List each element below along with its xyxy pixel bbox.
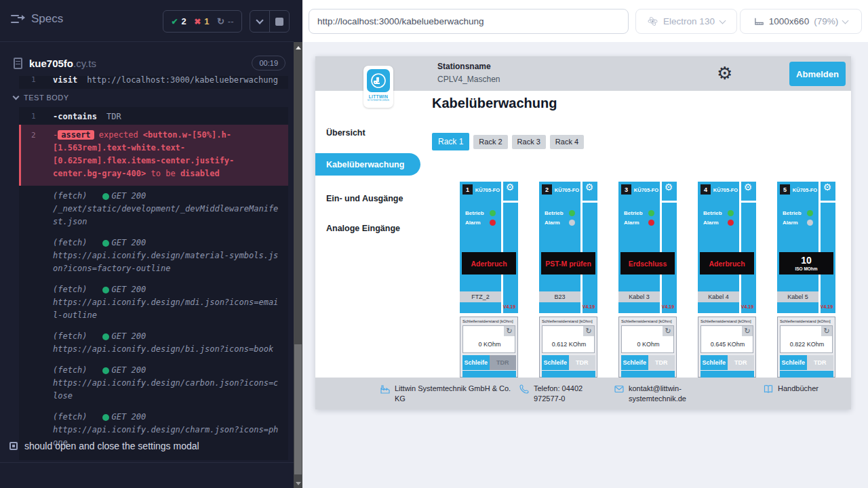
- refresh-icon[interactable]: ↻: [742, 326, 753, 336]
- resistance-label: Schleifenwiderstand [kOhm]: [542, 319, 593, 323]
- contains-command-row[interactable]: 1 -containsTDR: [19, 108, 288, 125]
- card-gear-icon[interactable]: ⚙: [503, 182, 517, 192]
- viewport-select[interactable]: 1000x660 (79%): [740, 9, 862, 34]
- alarm-led: [807, 220, 813, 226]
- logo-icon: [367, 69, 390, 92]
- specs-toggle[interactable]: Specs: [11, 12, 63, 26]
- assert-badge: assert: [58, 130, 94, 140]
- resistance-value-box: ↻ 0.645 KOhm: [701, 325, 753, 353]
- spec-file-name: kue705fo: [29, 58, 73, 69]
- resistance-label: Schleifenwiderstand [kOhm]: [462, 319, 513, 323]
- factory-icon: [380, 384, 391, 394]
- card-number: 4: [701, 184, 711, 195]
- nav-item-analoge-eingaenge[interactable]: Analoge Eingänge: [315, 222, 420, 235]
- refresh-icon[interactable]: ↻: [504, 326, 515, 336]
- browser-select[interactable]: Electron 130: [635, 9, 737, 34]
- reporter-scrollbar[interactable]: [294, 42, 302, 488]
- logout-button[interactable]: Abmelden: [789, 62, 846, 86]
- company-name: Littwin Systemtechnik GmbH & Co. KG: [395, 384, 513, 409]
- resistance-label: Schleifenwiderstand [kOhm]: [701, 319, 751, 323]
- tab-rack-4[interactable]: Rack 4: [550, 135, 584, 149]
- tdr-button[interactable]: TDR: [728, 355, 755, 370]
- fetch-log-row[interactable]: (fetch)GET 200 https://api.iconify.desig…: [19, 360, 288, 407]
- fetch-url: https://api.iconify.design/mdi.json?icon…: [53, 296, 280, 322]
- reporter-header: Specs ✔2 ✖1 ↻--: [0, 0, 294, 42]
- card-gear-icon[interactable]: ⚙: [741, 182, 755, 192]
- chevron-down-icon: [13, 94, 20, 100]
- url-input[interactable]: [309, 9, 629, 34]
- passed-icon: ✔: [171, 17, 178, 26]
- card-title: KÜ705-FO: [791, 187, 818, 193]
- test-body-label: TEST BODY: [24, 94, 69, 102]
- email-address: kontakt@littwin-systemtechnik.de: [629, 384, 696, 409]
- card-gear-icon[interactable]: ⚙: [662, 182, 675, 192]
- fetch-url: https://api.iconify.design/carbon.json?i…: [53, 377, 280, 403]
- schleife-button[interactable]: Schleife: [701, 355, 728, 370]
- resistance-value-box: ↻ 0.822 KOhm: [780, 325, 833, 353]
- visit-command-row[interactable]: 1 visithttp://localhost:3000/kabelueberw…: [19, 76, 288, 88]
- cable-name: Kabel 3: [618, 291, 660, 302]
- scroll-down-arrow-icon[interactable]: [296, 482, 301, 485]
- app-sidebar: Übersicht Kabelüberwachung Ein- und Ausg…: [315, 91, 420, 378]
- nav-item-kabelueberwachung[interactable]: Kabelüberwachung: [315, 153, 420, 176]
- tdr-button[interactable]: TDR: [807, 355, 834, 370]
- firmware-version: V4.19: [740, 304, 755, 309]
- failed-icon: ✖: [194, 17, 201, 26]
- pending-count: --: [228, 16, 234, 26]
- fetch-log-row[interactable]: (fetch)GET 200 https://api.iconify.desig…: [19, 279, 288, 326]
- tab-rack-1[interactable]: Rack 1: [432, 133, 469, 150]
- divider: [701, 371, 754, 378]
- next-test-row[interactable]: should open and close the settings modal: [9, 441, 199, 451]
- betrieb-led: [728, 210, 734, 216]
- divider: [0, 462, 294, 463]
- schleife-button[interactable]: Schleife: [780, 355, 807, 370]
- failed-assert-row[interactable]: 2 -assert expected <button.w-[50%].h-[1.…: [19, 125, 288, 186]
- tdr-button[interactable]: TDR: [490, 355, 517, 370]
- divider: [741, 201, 756, 203]
- cable-name: B23: [539, 291, 580, 302]
- specs-label: Specs: [31, 12, 63, 26]
- scrollbar-thumb[interactable]: [294, 344, 302, 474]
- device-card-5: 5 KÜ705-FO ⚙ Betrieb Alarm 10 ISO MOhm K…: [777, 182, 835, 378]
- contains-arg: TDR: [106, 112, 121, 121]
- tdr-button[interactable]: TDR: [648, 355, 675, 370]
- card-gear-icon[interactable]: ⚙: [583, 182, 596, 192]
- tab-rack-2[interactable]: Rack 2: [473, 135, 507, 149]
- failed-count: 1: [204, 16, 209, 26]
- iso-value: 10: [801, 256, 812, 265]
- status-ok-dot: [102, 414, 109, 421]
- fetch-log-row[interactable]: (fetch)GET 200 /_next/static/development…: [19, 186, 288, 232]
- spec-file-header[interactable]: kue705fo .cy.ts 00:19: [8, 53, 285, 73]
- card-number: 2: [542, 184, 552, 195]
- manuals-link[interactable]: Handbücher: [778, 384, 818, 409]
- resistance-value: 0.645 KOhm: [701, 341, 754, 348]
- document-icon: [14, 58, 22, 69]
- schleife-button[interactable]: Schleife: [462, 355, 490, 370]
- phone-icon: [519, 384, 530, 394]
- firmware-version: V4.19: [660, 304, 675, 309]
- nav-item-uebersicht[interactable]: Übersicht: [315, 126, 420, 140]
- fetch-log-row[interactable]: (fetch)GET 200 https://api.iconify.desig…: [19, 326, 288, 360]
- tdr-button[interactable]: TDR: [569, 355, 596, 370]
- stop-button[interactable]: [269, 11, 289, 32]
- test-body-section[interactable]: TEST BODY: [14, 94, 69, 102]
- settings-gear-icon[interactable]: ⚙: [717, 61, 732, 85]
- device-card-2: 2 KÜ705-FO ⚙ Betrieb Alarm PST-M prüfen …: [539, 182, 597, 378]
- card-gear-icon[interactable]: ⚙: [821, 182, 834, 192]
- chevron-down-icon: [719, 17, 726, 24]
- app-viewport: Stationsname CPLV4_Maschen ⚙ Abmelden LI…: [315, 56, 851, 409]
- resistance-value-box: ↻ 0 KOhm: [621, 325, 674, 353]
- viewport-zoom: (79%): [814, 16, 838, 26]
- status-display: PST-M prüfen: [541, 252, 595, 274]
- tab-rack-3[interactable]: Rack 3: [512, 135, 546, 149]
- schleife-button[interactable]: Schleife: [621, 355, 648, 370]
- stop-icon: [275, 18, 283, 26]
- refresh-icon[interactable]: ↻: [583, 326, 594, 336]
- refresh-icon[interactable]: ↻: [821, 326, 832, 336]
- schleife-button[interactable]: Schleife: [542, 355, 569, 370]
- collapse-button[interactable]: [250, 11, 269, 32]
- fetch-log-row[interactable]: (fetch)GET 200 https://api.iconify.desig…: [19, 232, 288, 279]
- refresh-icon[interactable]: ↻: [663, 326, 673, 336]
- scroll-up-arrow-icon[interactable]: [296, 46, 301, 49]
- nav-item-ein-und-ausgaenge[interactable]: Ein- und Ausgänge: [315, 192, 420, 205]
